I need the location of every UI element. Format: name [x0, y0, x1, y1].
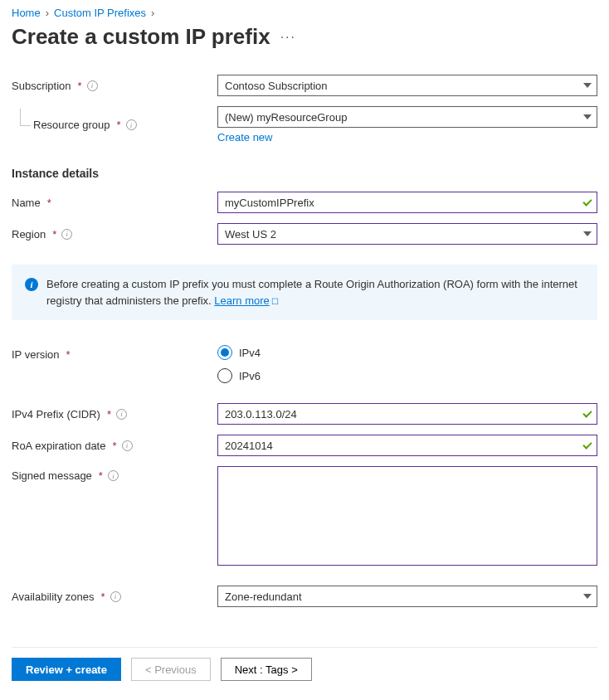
- subscription-value: Contoso Subscription: [218, 80, 597, 92]
- subscription-select[interactable]: Contoso Subscription: [217, 75, 597, 96]
- banner-text: Before creating a custom IP prefix you m…: [46, 278, 577, 307]
- ipv4-radio[interactable]: IPv4: [217, 345, 597, 360]
- chevron-right-icon: ›: [151, 7, 154, 19]
- ipv4-prefix-input-wrap: [217, 403, 597, 425]
- radio-icon: [217, 368, 232, 383]
- subscription-label: Subscription: [12, 80, 71, 92]
- info-icon[interactable]: i: [110, 591, 121, 602]
- required-indicator: *: [52, 228, 56, 241]
- create-new-link[interactable]: Create new: [217, 131, 597, 143]
- availability-zones-label: Availability zones: [12, 591, 94, 603]
- chevron-right-icon: ›: [46, 7, 49, 19]
- next-tags-button[interactable]: Next : Tags >: [221, 658, 312, 681]
- region-label: Region: [12, 228, 46, 241]
- roa-date-input-wrap: [217, 435, 597, 456]
- required-indicator: *: [100, 591, 105, 603]
- resource-group-select[interactable]: (New) myResourceGroup: [217, 106, 597, 128]
- required-indicator: *: [112, 440, 116, 452]
- page-title: Create a custom IP prefix: [12, 24, 270, 50]
- required-indicator: *: [78, 80, 82, 92]
- ipv4-prefix-label: IPv4 Prefix (CIDR): [12, 408, 100, 420]
- chevron-down-icon: [583, 231, 592, 236]
- required-indicator: *: [107, 408, 111, 420]
- instance-details-heading: Instance details: [12, 167, 597, 180]
- roa-date-input[interactable]: [218, 440, 597, 452]
- required-indicator: *: [99, 469, 103, 482]
- external-link-icon: ☐: [271, 297, 279, 306]
- chevron-down-icon: [583, 83, 592, 88]
- radio-icon: [217, 345, 232, 360]
- required-indicator: *: [117, 119, 121, 131]
- breadcrumb-section[interactable]: Custom IP Prefixes: [54, 7, 146, 19]
- ip-version-label: IP version: [12, 348, 60, 361]
- ipv6-radio-label: IPv6: [239, 370, 261, 382]
- info-icon[interactable]: i: [61, 229, 72, 240]
- availability-zones-value: Zone-redundant: [218, 591, 597, 603]
- name-label: Name: [12, 197, 41, 209]
- ipv4-prefix-input[interactable]: [218, 408, 597, 420]
- learn-more-link[interactable]: Learn more: [214, 294, 269, 307]
- ipv6-radio[interactable]: IPv6: [217, 368, 597, 383]
- signed-message-textarea[interactable]: [217, 466, 597, 566]
- chevron-down-icon: [583, 594, 592, 599]
- required-indicator: *: [47, 197, 51, 209]
- info-icon[interactable]: i: [108, 470, 119, 481]
- resource-group-value: (New) myResourceGroup: [218, 111, 597, 124]
- info-icon[interactable]: i: [116, 409, 127, 420]
- availability-zones-select[interactable]: Zone-redundant: [217, 586, 597, 607]
- info-icon[interactable]: i: [122, 440, 133, 451]
- chevron-down-icon: [583, 114, 592, 119]
- footer-actions: Review + create < Previous Next : Tags >: [12, 647, 597, 681]
- signed-message-label: Signed message: [12, 469, 92, 482]
- info-icon[interactable]: i: [126, 119, 137, 130]
- resource-group-label: Resource group: [33, 119, 110, 131]
- info-circle-icon: i: [25, 278, 38, 291]
- region-select[interactable]: West US 2: [217, 223, 597, 245]
- roa-date-label: RoA expiration date: [12, 440, 105, 452]
- breadcrumb-home[interactable]: Home: [12, 7, 41, 19]
- name-input-wrap: [217, 192, 597, 213]
- required-indicator: *: [66, 348, 71, 361]
- ipv4-radio-label: IPv4: [239, 347, 261, 359]
- region-value: West US 2: [218, 228, 597, 241]
- breadcrumb: Home › Custom IP Prefixes ›: [12, 7, 597, 19]
- info-banner: i Before creating a custom IP prefix you…: [12, 265, 597, 320]
- ip-version-radio-group: IPv4 IPv6: [217, 345, 597, 383]
- more-actions-icon[interactable]: ···: [280, 30, 296, 45]
- review-create-button[interactable]: Review + create: [12, 658, 121, 681]
- info-icon[interactable]: i: [87, 80, 98, 91]
- name-input[interactable]: [218, 197, 597, 209]
- previous-button: < Previous: [131, 658, 211, 681]
